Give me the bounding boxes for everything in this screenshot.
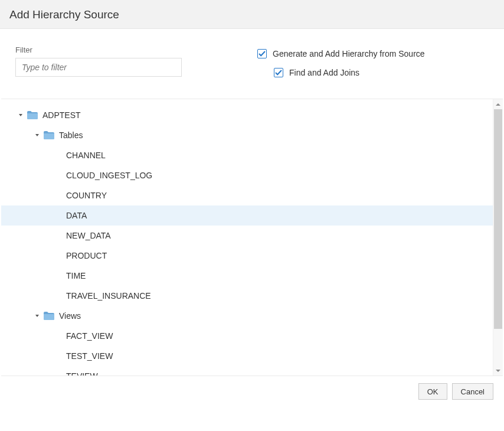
cancel-button[interactable]: Cancel <box>452 383 493 400</box>
tree-item-label: NEW_DATA <box>66 231 111 240</box>
filter-section: Filter Generate and Add Hierarchy from S… <box>0 29 504 93</box>
tree-table-item[interactable]: PRODUCT <box>1 246 493 266</box>
generate-hierarchy-label: Generate and Add Hierarchy from Source <box>273 49 425 58</box>
tree-item-label: Views <box>59 311 81 321</box>
filter-input[interactable] <box>15 58 182 77</box>
dialog-footer: OK Cancel <box>0 376 504 431</box>
find-joins-checkbox-row[interactable]: Find and Add Joins <box>274 68 489 77</box>
scroll-thumb[interactable] <box>494 109 502 329</box>
folder-icon <box>27 111 38 119</box>
source-tree[interactable]: ADPTESTTablesCHANNELCLOUD_INGEST_LOGCOUN… <box>1 99 493 376</box>
tree-tables[interactable]: Tables <box>1 125 493 145</box>
generate-hierarchy-checkbox-row[interactable]: Generate and Add Hierarchy from Source <box>257 49 489 58</box>
tree-item-label: TIME <box>66 271 86 280</box>
tree-item-label: TEST_VIEW <box>66 351 113 361</box>
tree-root[interactable]: ADPTEST <box>1 105 493 125</box>
tree-table-item[interactable]: CHANNEL <box>1 145 493 165</box>
tree-item-label: TEVIEW <box>66 371 98 376</box>
scroll-down-icon[interactable] <box>493 365 503 376</box>
tree-table-item[interactable]: COUNTRY <box>1 185 493 205</box>
tree-item-label: DATA <box>66 211 87 220</box>
tree-table-item[interactable]: CLOUD_INGEST_LOG <box>1 165 493 185</box>
tree-item-label: TRAVEL_INSURANCE <box>66 291 151 301</box>
tree-container: ADPTESTTablesCHANNELCLOUD_INGEST_LOGCOUN… <box>1 99 503 376</box>
checkmark-icon <box>274 68 283 77</box>
tree-view-item[interactable]: TEST_VIEW <box>1 346 493 366</box>
tree-views[interactable]: Views <box>1 306 493 326</box>
tree-view-item[interactable]: FACT_VIEW <box>1 326 493 346</box>
tree-table-item[interactable]: TIME <box>1 266 493 286</box>
tree-view-item[interactable]: TEVIEW <box>1 366 493 376</box>
dialog-header: Add Hierarchy Source <box>0 0 504 29</box>
tree-item-label: CLOUD_INGEST_LOG <box>66 171 152 180</box>
expand-icon[interactable] <box>33 131 41 139</box>
tree-item-label: ADPTEST <box>42 110 81 120</box>
ok-button[interactable]: OK <box>418 383 447 400</box>
scroll-up-icon[interactable] <box>493 99 503 109</box>
tree-table-item[interactable]: DATA <box>1 205 493 226</box>
tree-table-item[interactable]: TRAVEL_INSURANCE <box>1 286 493 306</box>
tree-table-item[interactable]: NEW_DATA <box>1 226 493 246</box>
tree-item-label: FACT_VIEW <box>66 331 113 341</box>
filter-label: Filter <box>15 45 257 54</box>
expand-icon[interactable] <box>17 111 25 119</box>
tree-item-label: COUNTRY <box>66 191 107 200</box>
folder-icon <box>44 131 54 139</box>
scrollbar[interactable] <box>493 99 503 376</box>
dialog-title: Add Hierarchy Source <box>9 8 495 21</box>
find-joins-label: Find and Add Joins <box>289 68 359 77</box>
folder-icon <box>44 312 54 320</box>
expand-icon[interactable] <box>33 312 41 320</box>
tree-item-label: CHANNEL <box>66 151 106 160</box>
tree-item-label: Tables <box>59 130 83 140</box>
checkmark-icon <box>257 49 267 58</box>
tree-item-label: PRODUCT <box>66 251 107 260</box>
